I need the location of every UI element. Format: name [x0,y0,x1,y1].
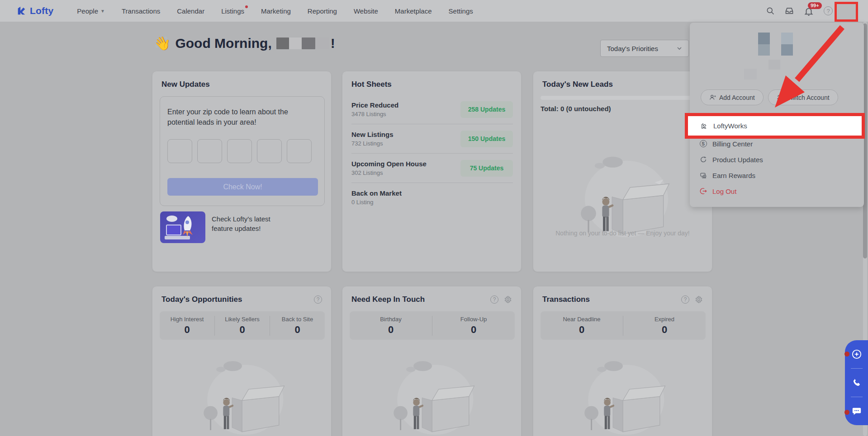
nav-item-settings[interactable]: Settings [449,7,473,15]
notifications-bell[interactable]: 99+ [804,6,814,15]
zip-digit-input[interactable] [257,139,282,163]
zip-lookup-box: Enter your zip code to learn about the p… [160,96,325,206]
nav-item-marketing[interactable]: Marketing [261,7,291,15]
zip-digit-input[interactable] [227,139,252,163]
help-icon[interactable]: ? [314,295,322,304]
help-icon[interactable]: ? [490,295,498,304]
nav-item-transactions[interactable]: Transactions [122,7,160,15]
opportunities-card: Today's Opportunities ? High Interest 0 … [152,286,332,436]
rewards-icon [699,172,707,179]
stat-birthday[interactable]: Birthday 0 [350,316,432,336]
brand-name: Lofty [30,5,53,16]
help-icon[interactable]: ? [824,6,833,15]
wave-emoji: 👋 [154,35,171,51]
new-leads-card: Today's New Leads ? Total: 0 (0 untouche… [533,71,712,272]
add-user-icon [709,94,716,101]
refresh-icon [699,156,707,164]
menu-item-product-updates[interactable]: Product Updates [699,152,763,167]
stat-likely-sellers[interactable]: Likely Sellers 0 [214,316,270,336]
zip-digit-input[interactable] [197,139,222,163]
empty-state-text: Nothing on your to-do list yet — Enjoy y… [533,230,712,237]
updates-badge[interactable]: 75 Updates [460,160,513,177]
nav-item-listings[interactable]: Listings [221,7,244,15]
chat-icon[interactable] [852,406,862,416]
hot-sheets-card: Hot Sheets Price Reduced3478 Listings 25… [342,71,522,272]
assistant-sparkle-icon[interactable] [852,349,862,359]
nav-item-reporting[interactable]: Reporting [308,7,337,15]
billing-icon: S [699,140,707,148]
redacted-avatar [757,32,797,81]
nav-item-marketplace[interactable]: Marketplace [395,7,432,15]
feature-rocket-image[interactable] [160,211,205,243]
empty-state-illustration [382,354,482,436]
avatar-highlight-box[interactable] [835,2,858,22]
hot-sheet-row[interactable]: New Listings732 Listings 150 Updates [351,124,513,154]
notification-count-badge: 99+ [808,2,822,9]
phone-icon[interactable] [852,378,862,388]
stat-high-interest[interactable]: High Interest 0 [160,316,214,336]
lofty-logo-icon [16,6,26,16]
hot-sheet-row[interactable]: Upcoming Open House302 Listings 75 Updat… [351,154,513,183]
page-title: 👋 Good Morning, ! [154,35,335,51]
gear-icon[interactable] [695,295,703,304]
gear-icon[interactable] [504,295,512,304]
new-updates-card: New Updates Enter your zip code to learn… [152,71,332,272]
keep-in-touch-stats: Birthday 0 Follow-Up 0 [350,311,515,340]
stat-expired[interactable]: Expired 0 [623,316,706,336]
priorities-select[interactable]: Today's Priorities [600,40,689,57]
search-icon[interactable] [766,6,775,15]
empty-state-illustration [573,354,673,436]
loftyworks-icon [700,122,708,130]
card-title: Today's Opportunities [161,295,242,304]
floating-widget [845,340,868,425]
card-title: Today's New Leads [542,80,613,89]
nav-item-calendar[interactable]: Calendar [177,7,204,15]
opportunities-stats: High Interest 0 Likely Sellers 0 Back to… [160,311,325,340]
card-title: Transactions [542,295,590,304]
add-account-button[interactable]: Add Account [701,89,764,105]
leads-total: Total: 0 (0 untouched) [541,105,611,113]
chevron-down-icon: ▼ [100,9,105,14]
chevron-down-icon [677,46,682,51]
inbox-icon[interactable] [785,6,794,15]
stat-back-to-site[interactable]: Back to Site 0 [270,316,325,336]
hot-sheet-row[interactable]: Price Reduced3478 Listings 258 Updates [351,95,513,124]
transactions-card: Transactions ? Near Deadline 0 Expired 0 [533,286,712,436]
check-now-button[interactable]: Check Now! [167,178,318,196]
menu-item-loftyworks[interactable]: LoftyWorks [685,113,865,139]
help-icon[interactable]: ? [681,295,689,304]
leads-progress-bar [541,96,706,100]
feature-text[interactable]: Check Lofty’s latest feature updates! [212,211,284,233]
updates-badge[interactable]: 258 Updates [460,101,513,118]
switch-icon [777,94,783,101]
top-navbar: Lofty People▼ Transactions Calendar List… [0,0,868,22]
divider [851,368,863,369]
card-title: New Updates [161,80,210,89]
redacted-name [276,38,329,49]
notification-dot [844,410,849,415]
switch-account-button[interactable]: Switch Account [768,89,838,105]
notification-dot [245,5,248,8]
divider [851,397,863,397]
stat-near-deadline[interactable]: Near Deadline 0 [541,316,623,336]
updates-badge[interactable]: 150 Updates [460,131,513,147]
nav-menu: People▼ Transactions Calendar Listings M… [77,7,473,15]
menu-item-earn-rewards[interactable]: Earn Rewards [699,168,755,183]
lofty-brand[interactable]: Lofty [16,5,53,16]
transactions-stats: Near Deadline 0 Expired 0 [541,311,706,340]
nav-item-people[interactable]: People▼ [77,7,105,15]
empty-state-illustration [192,354,292,436]
keep-in-touch-card: Need Keep In Touch ? Birthday 0 Follow-U… [342,286,522,436]
card-title: Hot Sheets [351,80,392,89]
zip-digit-input[interactable] [167,139,192,163]
zip-input-row [167,139,317,163]
zip-digit-input[interactable] [287,139,312,163]
card-title: Need Keep In Touch [351,295,425,304]
stat-follow-up[interactable]: Follow-Up 0 [432,316,515,336]
hot-sheet-row[interactable]: Back on Market0 Listing [351,183,513,212]
logout-icon [699,188,707,195]
zip-prompt: Enter your zip code to learn about the p… [167,107,303,127]
notification-dot [844,352,849,356]
nav-item-website[interactable]: Website [354,7,378,15]
menu-item-log-out[interactable]: Log Out [699,183,736,199]
